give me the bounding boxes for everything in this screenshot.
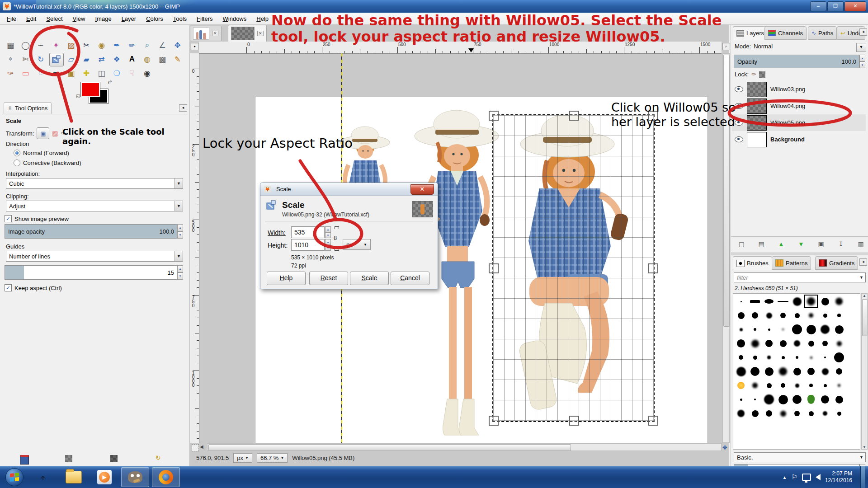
blur-sharpen-tool[interactable]: ❍: [110, 67, 123, 80]
brush-thumb[interactable]: [748, 407, 762, 420]
lock-pixels-icon[interactable]: ✑: [751, 71, 756, 78]
transform-handle-bottom-left[interactable]: [489, 416, 499, 426]
flip-tool[interactable]: ⇄: [95, 53, 108, 66]
brush-thumb[interactable]: [776, 337, 790, 350]
brush-thumb[interactable]: [762, 407, 776, 420]
brush-thumb[interactable]: [748, 309, 762, 322]
brush-thumb[interactable]: [818, 407, 832, 420]
visibility-eye-icon[interactable]: [735, 86, 743, 92]
taskbar-clock[interactable]: 2:07 PM 12/14/2016: [825, 470, 856, 484]
width-spinner[interactable]: ▲▼: [325, 226, 331, 238]
brush-thumb[interactable]: [818, 365, 832, 378]
width-input[interactable]: 535: [291, 226, 325, 238]
brush-thumb[interactable]: [790, 365, 804, 378]
default-colors-icon[interactable]: ◱: [76, 94, 80, 99]
brush-thumb[interactable]: [832, 379, 846, 392]
start-button[interactable]: [3, 467, 26, 487]
scale-button[interactable]: Scale: [350, 272, 389, 285]
brush-thumb[interactable]: [832, 393, 846, 406]
brush-thumb[interactable]: [748, 351, 762, 364]
scale-tool[interactable]: [49, 53, 64, 66]
brush-thumb[interactable]: [734, 337, 748, 350]
guides-select[interactable]: Number of lines ▼: [6, 251, 183, 262]
scale-dialog-titlebar[interactable]: 🦊 Scale ✕: [260, 183, 438, 196]
transform-selection-icon[interactable]: ▨: [52, 130, 58, 137]
unit-dropdown[interactable]: px ▼: [343, 239, 371, 250]
brush-thumb[interactable]: [832, 365, 846, 378]
brush-group-select[interactable]: Basic, ▼: [734, 452, 866, 462]
duplicate-layer-button[interactable]: ▣: [815, 239, 827, 249]
ellipse-select-tool[interactable]: ◯: [19, 39, 33, 52]
brush-thumb[interactable]: [790, 337, 804, 350]
brush-thumb[interactable]: [762, 309, 776, 322]
window-titlebar[interactable]: 🦊 *WillowTutorial.xcf-8.0 (RGB color, 4 …: [0, 0, 868, 13]
tab-paths[interactable]: ∿ Paths: [808, 26, 837, 40]
move-tool[interactable]: ✥: [171, 39, 184, 52]
brush-thumb[interactable]: [734, 407, 748, 420]
brush-thumb[interactable]: [748, 323, 762, 336]
brush-thumb[interactable]: [776, 393, 790, 406]
brush-thumb[interactable]: [818, 323, 832, 336]
menu-image[interactable]: Image: [91, 14, 115, 24]
transform-layer-icon[interactable]: ▣: [37, 127, 49, 139]
brush-thumb[interactable]: [776, 365, 790, 378]
scale-transform-grid[interactable]: [493, 115, 654, 421]
brush-thumb[interactable]: [832, 407, 846, 420]
brush-thumb[interactable]: [734, 393, 748, 406]
opacity-spinner[interactable]: ▲▼: [177, 224, 183, 239]
rect-select-tool[interactable]: ▦: [4, 39, 17, 52]
visibility-eye-icon[interactable]: [735, 136, 743, 142]
maximize-button[interactable]: ❐: [827, 1, 844, 11]
ruler-corner-button[interactable]: ▸: [191, 43, 199, 50]
close-tab-icon[interactable]: ✕: [212, 31, 218, 36]
brush-thumb[interactable]: [762, 323, 776, 336]
foreground-select-tool[interactable]: ◉: [95, 39, 108, 52]
menu-layer[interactable]: Layer: [118, 14, 141, 24]
image-tab-1[interactable]: ✕: [190, 26, 222, 41]
lines-spinner[interactable]: ▲▼: [177, 265, 183, 280]
fuzzy-select-tool[interactable]: ✦: [49, 39, 63, 52]
zoom-ruler-button[interactable]: ⌕: [722, 43, 730, 50]
ink-tool[interactable]: ✒: [49, 67, 63, 80]
anchor-layer-button[interactable]: ↧: [835, 239, 847, 249]
rotate-tool[interactable]: ↻: [34, 53, 47, 66]
lower-layer-button[interactable]: ▼: [795, 239, 807, 249]
transform-handle-bottom-right[interactable]: [648, 416, 658, 426]
direction-corrective-radio[interactable]: [14, 160, 20, 166]
brush-thumb[interactable]: [762, 337, 776, 350]
tab-channels[interactable]: Channels: [764, 26, 807, 40]
reset-button[interactable]: Reset: [309, 272, 348, 285]
layer-row-willow03[interactable]: Willow03.png: [732, 81, 866, 98]
foreground-color-swatch[interactable]: [81, 82, 100, 97]
image-tab-2-active[interactable]: ✕: [228, 25, 267, 42]
brush-thumb[interactable]: [790, 407, 804, 420]
eraser-tool[interactable]: ▭: [19, 67, 33, 80]
clipping-select[interactable]: Adjust ▼: [6, 201, 183, 211]
brush-thumb[interactable]: [776, 295, 790, 308]
brush-thumb[interactable]: [804, 407, 818, 420]
brush-thumb[interactable]: [804, 323, 818, 336]
brush-thumb[interactable]: [734, 379, 748, 392]
brush-thumb[interactable]: [818, 295, 832, 308]
scroll-left-icon[interactable]: ◀: [200, 444, 203, 449]
brush-thumb[interactable]: [832, 351, 846, 364]
interpolation-select[interactable]: Cubic ▼: [6, 178, 183, 189]
brush-thumb[interactable]: [776, 309, 790, 322]
visibility-eye-icon[interactable]: [735, 120, 743, 126]
taskbar-explorer-icon[interactable]: [60, 467, 88, 487]
delete-layer-button[interactable]: ▥: [855, 239, 867, 249]
perspective-clone-tool[interactable]: ◫: [95, 67, 108, 80]
brush-thumb[interactable]: [762, 295, 776, 308]
brush-thumb[interactable]: [790, 295, 804, 308]
transform-handle-top-center[interactable]: [569, 111, 579, 121]
panel-collapse-icon[interactable]: ◂: [859, 28, 867, 36]
heal-tool[interactable]: ✚: [80, 67, 93, 80]
brush-thumb[interactable]: [818, 337, 832, 350]
brush-thumb[interactable]: [762, 379, 776, 392]
airbrush-tool[interactable]: ◌: [34, 67, 47, 80]
brush-thumb[interactable]: [804, 379, 818, 392]
measure-tool[interactable]: ∠: [156, 39, 169, 52]
transform-handle-mid-left[interactable]: [489, 263, 499, 273]
tab-patterns[interactable]: Patterns: [772, 256, 811, 270]
align-tool[interactable]: ⌖: [4, 53, 17, 66]
